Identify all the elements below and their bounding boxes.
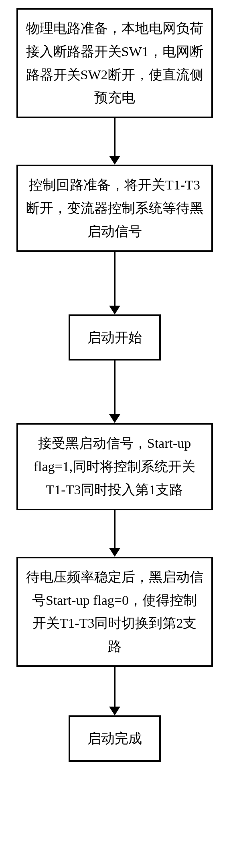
step-box-1: 物理电路准备，本地电网负荷接入断路器开关SW1，电网断路器开关SW2断开，使直流…: [16, 8, 213, 118]
arrow-4: [109, 510, 120, 557]
arrow-line: [114, 252, 116, 306]
arrow-3: [109, 360, 120, 423]
step-text: 接受黑启动信号，Start-up flag=1,同时将控制系统开关T1-T3同时…: [26, 432, 203, 501]
arrow-head-icon: [109, 548, 120, 557]
arrow-5: [109, 667, 120, 715]
flowchart-container: 物理电路准备，本地电网负荷接入断路器开关SW1，电网断路器开关SW2断开，使直流…: [0, 0, 229, 762]
arrow-line: [114, 510, 116, 548]
step-text: 启动完成: [87, 727, 142, 750]
arrow-line: [114, 667, 116, 707]
step-box-6: 启动完成: [69, 715, 161, 762]
step-text: 待电压频率稳定后，黑启动信号Start-up flag=0，使得控制开关T1-T…: [26, 566, 203, 658]
arrow-head-icon: [109, 414, 120, 423]
step-box-5: 待电压频率稳定后，黑启动信号Start-up flag=0，使得控制开关T1-T…: [16, 557, 213, 667]
arrow-2: [109, 252, 120, 314]
arrow-head-icon: [109, 306, 120, 314]
step-box-2: 控制回路准备，将开关T1-T3断开，变流器控制系统等待黑启动信号: [16, 165, 213, 252]
step-text: 控制回路准备，将开关T1-T3断开，变流器控制系统等待黑启动信号: [26, 173, 203, 243]
step-box-3: 启动开始: [69, 314, 161, 361]
step-box-4: 接受黑启动信号，Start-up flag=1,同时将控制系统开关T1-T3同时…: [16, 423, 213, 510]
step-text: 启动开始: [87, 326, 142, 349]
arrow-head-icon: [109, 707, 120, 715]
step-text: 物理电路准备，本地电网负荷接入断路器开关SW1，电网断路器开关SW2断开，使直流…: [26, 17, 203, 109]
arrow-line: [114, 360, 116, 415]
arrow-head-icon: [109, 156, 120, 165]
arrow-line: [114, 118, 116, 156]
arrow-1: [109, 118, 120, 165]
